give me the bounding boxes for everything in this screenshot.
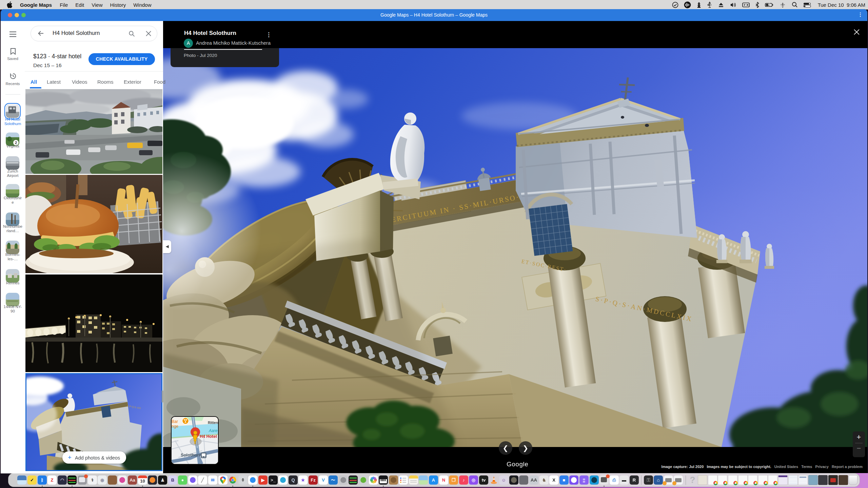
svg-text:Aare: Aare [209, 428, 218, 433]
svg-text:Ritterq: Ritterq [208, 421, 218, 425]
svg-text:H4 Hotel: H4 Hotel [200, 434, 217, 439]
svg-text:Bar: Bar [172, 419, 178, 424]
svg-text:nge: nge [172, 424, 178, 429]
svg-text:Solothurn: Solothurn [181, 452, 201, 458]
